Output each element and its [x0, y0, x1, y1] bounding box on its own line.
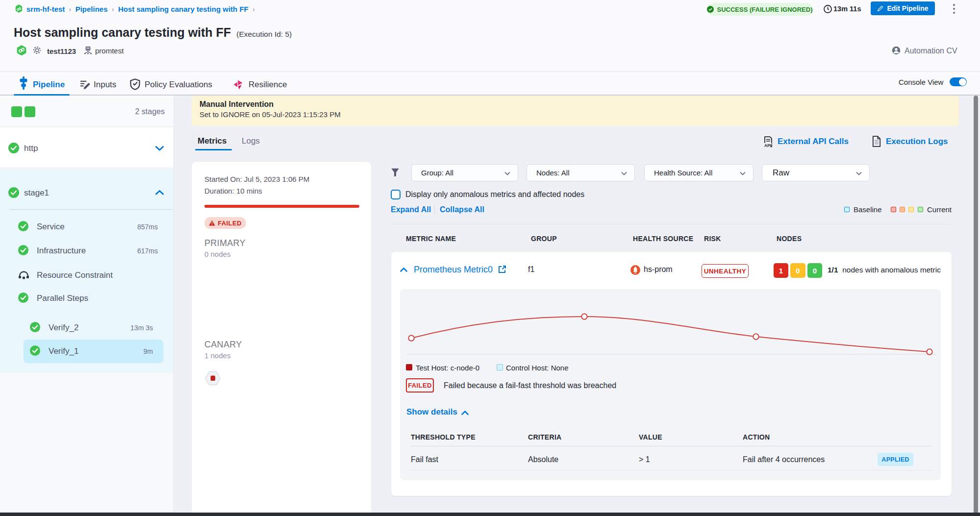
svg-text:API: API — [764, 143, 771, 148]
